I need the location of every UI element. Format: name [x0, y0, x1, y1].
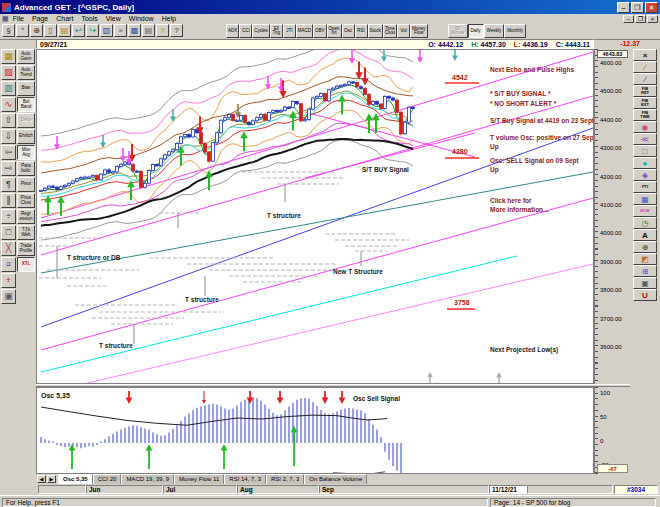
fan-lines-icon[interactable]: ≪: [633, 133, 657, 145]
study-button-adx[interactable]: ADX: [226, 24, 239, 38]
divider-icon[interactable]: ÷: [1, 209, 16, 224]
delete-drawing-icon[interactable]: ×: [633, 49, 657, 61]
annotation-tool-icon[interactable]: ”: [16, 24, 29, 37]
title-bar[interactable]: Advanced GET - [^GSPC, Daily] – ❐ ×: [0, 0, 660, 14]
detach-window-icon[interactable]: ▣: [1, 289, 16, 304]
sidebar-study-regr-ession[interactable]: Regr ession: [17, 209, 35, 224]
sidebar-study-xtl[interactable]: XTL: [17, 257, 35, 272]
new-chart-icon[interactable]: ▯: [44, 24, 57, 37]
study-button-time-clust[interactable]: Time Clust: [383, 24, 397, 38]
mdi-close-button[interactable]: ×: [647, 15, 658, 23]
help-icon[interactable]: ?: [156, 24, 169, 37]
menu-item-page[interactable]: Page: [32, 15, 48, 22]
text-tool-icon[interactable]: A: [633, 229, 657, 241]
ellipse-tool-icon[interactable]: ●: [633, 157, 657, 169]
study-button-stock[interactable]: Stock: [368, 24, 383, 38]
scroll-down-icon[interactable]: ⇩: [1, 129, 16, 144]
elliott-wave-icon[interactable]: ∿: [1, 97, 16, 112]
study-button-obv[interactable]: OBV: [313, 24, 327, 38]
print-icon[interactable]: ▤: [142, 24, 155, 37]
delete-icon[interactable]: ×: [114, 24, 127, 37]
bar-spacing-icon[interactable]: ∥: [1, 193, 16, 208]
sidebar-study-auto-gann[interactable]: Auto Gann: [17, 49, 35, 64]
pti-icon[interactable]: PTI: [633, 181, 657, 193]
price-chart-panel[interactable]: T structure or DBT structureT structureT…: [36, 49, 594, 384]
crosshair-add-icon[interactable]: +: [1, 273, 16, 288]
menu-item-chart[interactable]: Chart: [56, 15, 73, 22]
cycle-scan-icon[interactable]: ▧: [1, 65, 16, 80]
study-button-cci[interactable]: CCI: [239, 24, 252, 38]
minimize-button[interactable]: –: [617, 2, 630, 13]
period-button-monthly[interactable]: Monthly: [504, 24, 526, 38]
color-palette-icon[interactable]: ◩: [633, 253, 657, 265]
scroll-right-icon[interactable]: ⇨: [1, 161, 16, 176]
insert-study-icon[interactable]: ▩: [128, 24, 141, 37]
period-button-daily[interactable]: Daily: [468, 24, 484, 38]
sidebar-study-para-bolic[interactable]: Para bolic: [17, 161, 35, 176]
menu-item-view[interactable]: View: [106, 15, 121, 22]
sidebar-study-auto-trend[interactable]: Auto Trend: [17, 65, 35, 80]
snap-settings-icon[interactable]: ▥: [1, 81, 16, 96]
context-help-icon[interactable]: ?: [170, 24, 183, 37]
study-button-money-flow[interactable]: Money Flow: [410, 24, 428, 38]
tab-scroll-left[interactable]: ◀: [37, 475, 46, 483]
web-lines-icon[interactable]: ≡: [1, 257, 16, 272]
tile-windows-icon[interactable]: ⊞: [633, 265, 657, 277]
study-button-cycles[interactable]: Cycles: [252, 24, 270, 38]
oscillator-panel[interactable]: Osc 5,35Osc Sell Signal: [36, 387, 594, 474]
mdi-restore-button[interactable]: ❐: [635, 15, 646, 23]
mdi-minimize-button[interactable]: –: [623, 15, 634, 23]
menu-item-help[interactable]: Help: [162, 15, 176, 22]
scroll-left-icon[interactable]: ⇦: [1, 145, 16, 160]
tab-scroll-right[interactable]: ▶: [47, 475, 56, 483]
trendline-icon[interactable]: ∕: [633, 73, 657, 85]
paste-icon[interactable]: ▧: [100, 24, 113, 37]
menu-item-window[interactable]: Window: [129, 15, 154, 22]
study-button-open-int[interactable]: Open Int: [327, 24, 342, 38]
copy-page-icon[interactable]: ▣: [633, 277, 657, 289]
study-button-rsi[interactable]: RSI: [355, 24, 368, 38]
study-button-jti[interactable]: JTI: [283, 24, 296, 38]
maximize-button[interactable]: ❐: [631, 2, 644, 13]
rectangle-tool-icon[interactable]: □: [633, 145, 657, 157]
sidebar-study-bias[interactable]: Bias: [17, 81, 35, 96]
menu-item-file[interactable]: File: [13, 15, 24, 22]
zoom-in-icon[interactable]: ⊕: [633, 241, 657, 253]
pencil-icon[interactable]: ∕: [633, 61, 657, 73]
regression-tool-icon[interactable]: ◈: [633, 169, 657, 181]
zoom-tool-icon[interactable]: ⊕: [30, 24, 43, 37]
fib-retracement-icon[interactable]: FIB RET: [633, 85, 657, 97]
box-select-icon[interactable]: □: [1, 225, 16, 240]
menu-item-tools[interactable]: Tools: [81, 15, 97, 22]
study-button-vol[interactable]: Vol: [397, 24, 410, 38]
study-button-macd[interactable]: MACD: [296, 24, 313, 38]
study-button-osc[interactable]: Osc: [342, 24, 355, 38]
back-icon[interactable]: ↩: [72, 24, 85, 37]
chart-page-icon[interactable]: ▦: [1, 49, 16, 64]
gann-circle-icon[interactable]: ◉: [633, 121, 657, 133]
scroll-up-icon[interactable]: ⇧: [1, 113, 16, 128]
time-cycle-icon[interactable]: ◷: [633, 217, 657, 229]
study-button-ell-trig[interactable]: Ell Trig: [270, 24, 283, 38]
sidebar-study-pivot[interactable]: Pivot: [17, 177, 35, 192]
period-button-weekly[interactable]: Weekly: [484, 24, 505, 38]
fib-time-icon[interactable]: FIB TIME: [633, 109, 657, 121]
grid-icon[interactable]: ▦: [633, 193, 657, 205]
lines-tool-icon[interactable]: ╳: [1, 241, 16, 256]
sidebar-study-bol-band[interactable]: Bol Band: [17, 97, 35, 112]
fib-extension-icon[interactable]: FIB EXT: [633, 97, 657, 109]
sidebar-study-trade-profile[interactable]: Trade Profile: [17, 241, 35, 256]
price-chart-svg[interactable]: T structure or DBT structureT structureT…: [37, 50, 593, 383]
sidebar-study-ehrlich[interactable]: Ehrlich: [17, 129, 35, 144]
sidebar-study-mov-avg[interactable]: Mov Avg: [17, 145, 35, 160]
sidebar-study-price-clust[interactable]: Price Clust: [17, 193, 35, 208]
forward-icon[interactable]: ↪: [86, 24, 99, 37]
sidebar-study-tj's-web[interactable]: TJ's Web: [17, 225, 35, 240]
mob-icon[interactable]: MOB: [633, 205, 657, 217]
close-button[interactable]: ×: [645, 2, 658, 13]
oscillator-svg[interactable]: Osc 5,35Osc Sell Signal: [37, 388, 593, 473]
open-chart-icon[interactable]: ▤: [58, 24, 71, 37]
select-tool-icon[interactable]: §: [2, 24, 15, 37]
price-axis[interactable]: 4643.83 4600.004500.004400.004300.004200…: [594, 49, 630, 384]
bar-format-icon[interactable]: ¶: [1, 177, 16, 192]
